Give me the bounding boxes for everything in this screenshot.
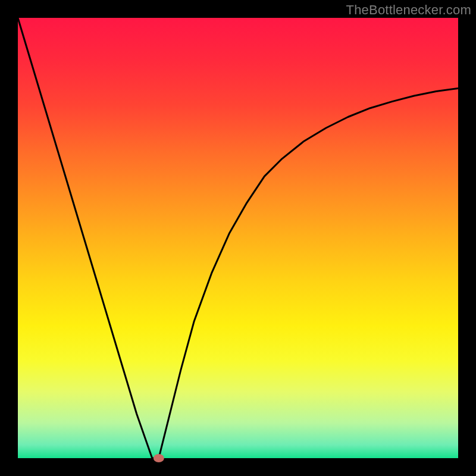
optimum-marker [154, 454, 164, 462]
bottleneck-chart [0, 0, 476, 476]
watermark-text: TheBottlenecker.com [346, 2, 471, 18]
chart-frame: TheBottlenecker.com [0, 0, 476, 476]
